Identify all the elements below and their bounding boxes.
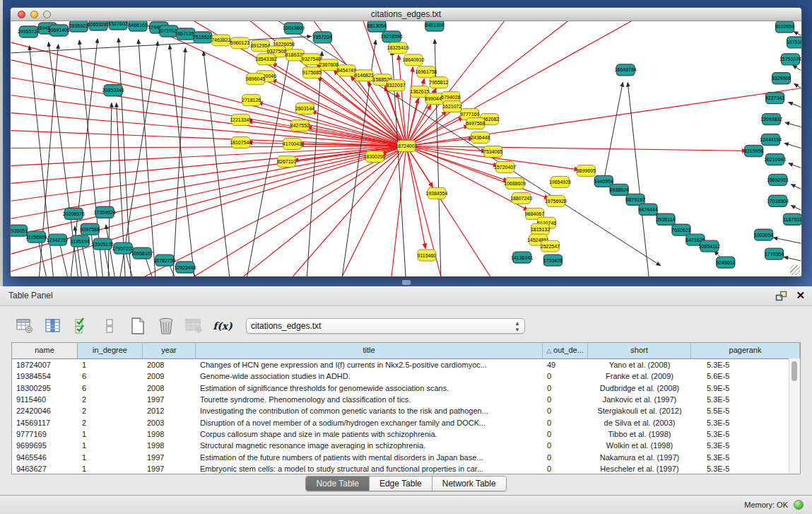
table-cell[interactable]: 9699695 [12,441,78,450]
graph-node[interactable]: 9146821 [355,70,374,81]
graph-node[interactable]: 8322037 [386,80,405,91]
table-cell[interactable]: 0 [543,430,588,438]
clear-selection-icon[interactable] [99,315,120,337]
table-cell[interactable]: 1997 [143,465,196,473]
table-cell[interactable]: 2008 [143,361,196,369]
graph-node[interactable]: 7632621 [671,224,690,235]
table-cell[interactable]: Dudbridge et al. (2008) [588,384,691,392]
table-cell[interactable]: 0 [543,372,588,380]
graph-node[interactable]: 7515526 [193,32,212,43]
table-cell[interactable]: 1997 [143,395,196,404]
graph-node[interactable]: 16961758 [415,66,437,78]
new-file-icon[interactable] [127,315,148,337]
table-cell[interactable]: 6 [78,384,143,392]
graph-node[interactable]: 1145194 [71,235,90,247]
table-cell[interactable]: 19384554 [12,372,78,380]
column-header-pagerank[interactable]: pagerank [691,343,800,358]
graph-node[interactable]: 2803144 [295,103,314,115]
table-cell[interactable]: 5.3E-5 [691,430,800,438]
table-cell[interactable]: 2 [78,419,143,427]
delete-icon[interactable] [155,315,177,337]
table-cell[interactable]: 9777169 [12,430,78,438]
close-panel-icon[interactable]: ✕ [796,289,805,302]
column-header-in-degree[interactable]: in_degree [78,343,143,358]
select-all-icon[interactable] [71,315,92,337]
graph-node[interactable]: 9227343 [765,93,784,104]
table-cell[interactable]: 1 [78,441,143,450]
table-cell[interactable]: Estimation of significance thresholds fo… [196,384,543,392]
table-cell[interactable]: 1998 [143,441,196,450]
graph-node[interactable]: 9397588 [81,223,100,235]
graph-node[interactable]: 6497568 [466,118,485,129]
graph-node[interactable]: 8267110 [277,156,296,167]
tab-network-table[interactable]: Network Table [433,477,506,491]
column-header-name[interactable]: name [12,343,78,358]
table-cell[interactable]: Tibbo et al. (1998) [588,430,691,438]
graph-node[interactable]: 8454749 [337,65,356,76]
column-header-out-degree[interactable]: △out_de... [543,343,588,358]
graph-node[interactable]: 1187533 [783,214,801,225]
table-cell[interactable]: 1 [78,430,143,438]
table-cell[interactable]: 0 [543,395,588,404]
column-header-title[interactable]: title [196,343,543,358]
graph-node[interactable]: 10958167 [131,247,153,259]
graph-node[interactable]: 2436448 [471,132,490,144]
memory-ok-indicator-icon[interactable] [794,500,804,510]
table-cell[interactable]: Corpus callosum shape and size in male p… [196,430,543,438]
graph-node[interactable]: 9327548 [302,54,321,65]
table-cell[interactable]: 5.3E-5 [691,361,800,369]
table-cell[interactable]: 5.3E-5 [691,419,800,427]
graph-node[interactable]: 18325419 [387,42,409,54]
table-cell[interactable]: 5.3E-5 [691,453,800,462]
graph-node[interactable]: 20691406 [48,25,70,36]
graph-node[interactable]: 1621072 [442,101,461,112]
table-row[interactable]: 969969511998Structural magnetic resonanc… [12,440,800,451]
table-cell[interactable]: 9465546 [12,453,78,462]
graph-node[interactable]: 1003054 [754,229,773,240]
graph-node[interactable]: 9102654 [775,21,794,33]
table-cell[interactable]: Estimation of the future numbers of pati… [196,453,543,462]
network-canvas[interactable]: 2495572418945003206914062895922106532871… [11,21,801,276]
graph-node[interactable]: 8427552 [290,120,310,132]
graph-node[interactable]: 19756928 [545,195,567,206]
graph-node[interactable]: 9896045 [246,74,265,85]
table-cell[interactable]: 9115460 [12,395,78,404]
table-cell[interactable]: Genome-wide association studies in ADHD. [196,372,543,380]
table-cell[interactable]: 2003 [143,419,196,427]
column-header-short[interactable]: short [588,343,691,358]
table-cell[interactable]: 22420046 [12,407,78,415]
table-cell[interactable]: 2008 [143,384,196,392]
graph-node[interactable]: 9175685 [302,67,322,78]
table-cell[interactable]: 2012 [143,407,196,415]
table-cell[interactable]: 1 [78,361,143,369]
graph-node[interactable]: 1815132 [531,223,550,235]
graph-node[interactable]: 18724007 [395,141,417,152]
table-row[interactable]: 946554611997Estimation of the future num… [12,451,800,462]
table-cell[interactable]: Tourette syndrome. Phenomenology and cla… [196,395,543,404]
table-cell[interactable]: Embryonic stem cells: a model to study s… [196,465,543,473]
graph-node[interactable]: 2367608 [319,59,339,71]
table-cell[interactable]: 5.5E-5 [691,407,800,415]
graph-nodes[interactable]: 2495572418945003206914062895922106532871… [11,21,801,273]
table-row[interactable]: 911546021997Tourette syndrome. Phenomeno… [12,394,800,405]
graph-node[interactable]: 9329966 [772,73,791,84]
table-cell[interactable]: 0 [543,453,588,462]
table-cell[interactable]: 6 [78,372,143,380]
graph-node[interactable]: 8481304 [425,21,444,31]
graph-node[interactable]: 6466160 [128,21,147,31]
network-window-titlebar[interactable]: citations_edges.txt [11,8,801,21]
tab-node-table[interactable]: Node Table [306,477,370,491]
graph-node[interactable]: 16033809 [283,23,305,34]
graph-node[interactable]: 20853346 [102,85,124,96]
graph-node[interactable]: 15692951 [767,174,789,185]
graph-node[interactable]: 12342757 [47,234,69,245]
table-cell[interactable]: 0 [543,465,588,473]
table-cell[interactable]: Disruption of a novel member of a sodium… [196,419,543,427]
table-cell[interactable]: 5.3E-5 [691,441,800,450]
table-cell[interactable]: Structural magnetic resonance image aver… [196,441,543,450]
table-cell[interactable]: Jankovic et al. (1997) [588,395,691,404]
table-cell[interactable]: 18724007 [12,361,78,369]
table-cell[interactable]: 5.3E-5 [691,465,800,473]
graph-node[interactable]: 1527602 [109,21,128,30]
graph-node[interactable]: 12923448 [174,262,196,273]
